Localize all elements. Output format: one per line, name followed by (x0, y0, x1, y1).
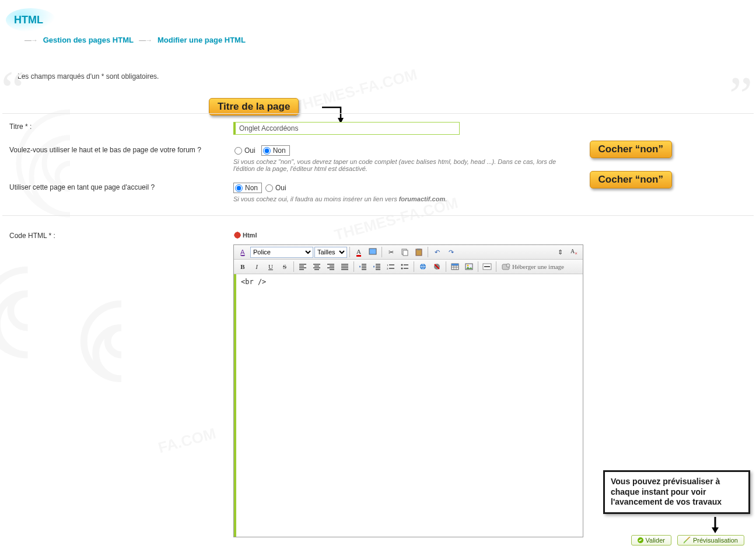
callout-check-non-1: Cocher “non” (590, 141, 672, 158)
svg-text:1: 1 (387, 264, 388, 267)
paste-icon[interactable] (412, 246, 425, 258)
table-icon[interactable] (449, 261, 461, 272)
align-left-icon[interactable] (296, 261, 309, 272)
svg-text:2: 2 (387, 267, 388, 270)
link-icon[interactable] (416, 261, 429, 272)
arrow-down-icon (709, 517, 721, 533)
breadcrumb-link-edit[interactable]: Modifier une page HTML (158, 36, 246, 44)
editor-toolbar-1: A̲ Police Tailles A ✂ ↶ ↷ ⇕ A× (234, 245, 583, 260)
help-header: Si vous cochez "non", vous devrez taper … (233, 158, 560, 172)
list-ol-icon[interactable]: 12 (384, 261, 397, 272)
arrow-right-icon (24, 36, 37, 44)
breadcrumb: Gestion des pages HTML Modifier une page… (21, 36, 756, 44)
list-ul-icon[interactable] (398, 261, 411, 272)
radio-home-yes[interactable]: Oui (264, 183, 290, 193)
svg-point-16 (467, 265, 469, 267)
editor-toolbar-2: B I U S 12 (234, 260, 583, 274)
radio-header-no[interactable]: Non (261, 145, 290, 156)
clear-format-icon[interactable]: A× (568, 246, 580, 258)
svg-point-8 (401, 264, 403, 266)
button-bar: Valider Prévisualisation (631, 535, 744, 545)
required-notice: “ Les champs marqués d'un * sont obligat… (5, 62, 751, 96)
title-input[interactable] (233, 122, 460, 135)
html-mode-icon[interactable]: Html (233, 231, 257, 239)
check-icon (638, 537, 643, 543)
toggle-mode-icon[interactable]: A̲ (236, 246, 249, 258)
svg-point-9 (401, 268, 403, 270)
underline-icon[interactable]: U (264, 261, 277, 272)
svg-rect-3 (403, 250, 408, 256)
image-icon[interactable] (463, 261, 475, 272)
quote-close-icon: ” (729, 85, 752, 106)
radio-home-no[interactable]: Non (233, 183, 262, 193)
bold-icon[interactable]: B (236, 261, 249, 272)
unlink-icon[interactable] (430, 261, 443, 272)
text-color-icon[interactable]: A (352, 246, 365, 258)
undo-icon[interactable]: ↶ (430, 246, 443, 258)
label-title: Titre * : (7, 122, 233, 132)
cut-icon[interactable]: ✂ (384, 246, 397, 258)
size-select[interactable]: Tailles (314, 247, 347, 258)
page-tab-title: HTML (6, 8, 56, 32)
callout-check-non-2: Cocher “non” (590, 171, 672, 188)
arrow-right-icon (139, 36, 152, 44)
svg-point-20 (506, 264, 510, 267)
redo-icon[interactable]: ↷ (444, 246, 457, 258)
copy-icon[interactable] (398, 246, 411, 258)
expand-icon[interactable]: ⇕ (554, 246, 566, 258)
italic-icon[interactable]: I (250, 261, 263, 272)
editor-textarea[interactable]: <br /> (234, 274, 583, 537)
html-editor: A̲ Police Tailles A ✂ ↶ ↷ ⇕ A× (233, 244, 583, 537)
hr-icon[interactable] (481, 261, 494, 272)
align-justify-icon[interactable] (338, 261, 351, 272)
label-use-home: Utiliser cette page en tant que page d'a… (7, 183, 233, 193)
label-use-header: Voulez-vous utiliser le haut et le bas d… (7, 145, 233, 155)
bg-color-icon[interactable] (366, 246, 379, 258)
preview-button[interactable]: Prévisualisation (677, 535, 744, 545)
strike-icon[interactable]: S (278, 261, 291, 272)
indent-icon[interactable] (370, 261, 383, 272)
validate-button[interactable]: Valider (631, 535, 671, 545)
pencil-icon (684, 537, 691, 544)
callout-preview: Vous pouvez prévisualiser à chaque insta… (603, 470, 750, 514)
radio-header-yes[interactable]: Oui (233, 146, 259, 155)
svg-rect-5 (417, 249, 421, 250)
svg-rect-1 (369, 249, 376, 254)
host-image-button[interactable]: Héberger une image (499, 261, 567, 272)
align-right-icon[interactable] (324, 261, 337, 272)
help-home: Si vous cochez oui, il faudra au moins i… (233, 195, 560, 202)
required-notice-text: Les champs marqués d'un * sont obligatoi… (18, 72, 159, 81)
form-panel: Titre * : Voulez-vous utiliser le haut e… (2, 113, 754, 216)
svg-marker-0 (234, 232, 241, 239)
align-center-icon[interactable] (310, 261, 323, 272)
svg-rect-14 (452, 264, 459, 265)
font-select[interactable]: Police (250, 247, 313, 258)
quote-open-icon: “ (1, 79, 24, 100)
outdent-icon[interactable] (356, 261, 369, 272)
breadcrumb-link-manage[interactable]: Gestion des pages HTML (43, 36, 134, 44)
label-code: Code HTML * : (7, 231, 233, 241)
